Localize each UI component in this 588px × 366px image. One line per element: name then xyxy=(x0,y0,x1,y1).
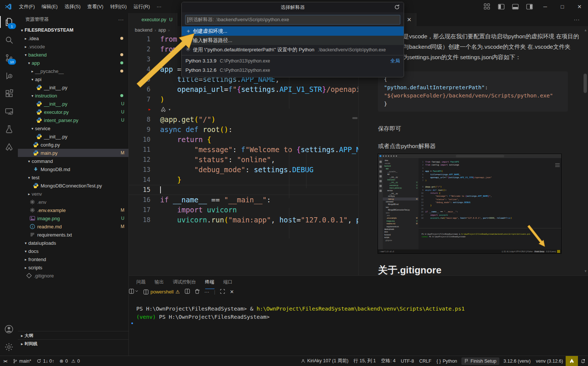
close-button[interactable]: ✕ xyxy=(571,0,588,13)
copilot-inline-icon[interactable] xyxy=(160,106,166,113)
menu-item-5[interactable]: 运行(R) xyxy=(130,0,153,13)
code-line-8[interactable]: 8@app.get("/") xyxy=(129,115,358,125)
code-line-17[interactable]: 17 import uvicorn xyxy=(129,205,358,215)
minimize-button[interactable]: ─ xyxy=(537,0,554,13)
tree-item--idea[interactable]: ▸.idea xyxy=(18,34,128,42)
tree-item--env-example[interactable]: .env.exampleM xyxy=(18,206,128,214)
toggle-sidebar-icon[interactable] xyxy=(498,3,505,10)
activitybar-run-debug[interactable] xyxy=(0,67,18,84)
status-blame[interactable]: KiriAky 107 (1 周前) xyxy=(298,356,351,366)
code-line-12[interactable]: 12 "status": "online", xyxy=(129,155,358,165)
terminal-output[interactable]: PS H:\OwnProject\FilesReadSysteam> & h:\… xyxy=(129,295,588,321)
timeline-section[interactable]: ▸时间线 xyxy=(18,339,128,348)
tree-item-main-py[interactable]: main.pyM xyxy=(18,149,128,157)
status-interpreter[interactable]: 3.12.6 (venv) xyxy=(501,356,533,366)
quickpick-item-4[interactable]: Python 3.12.6C:\Python312\python.exe xyxy=(182,65,404,75)
tree-item-app[interactable]: ▾app xyxy=(18,59,128,67)
activitybar-settings[interactable] xyxy=(0,338,18,356)
quickpick-item-3[interactable]: Python 3.13.9C:\Python313\python.exe全局 xyxy=(182,56,404,65)
code-line-13[interactable]: 13 "debug_mode": settings.DEBUG xyxy=(129,165,358,175)
status-remote[interactable]: >< xyxy=(0,356,10,366)
split-terminal-dropdown-icon[interactable] xyxy=(129,289,139,295)
quickpick-item-badge[interactable]: 全局 xyxy=(390,58,400,64)
quickpick-item-2[interactable]: 使用 \"python.defaultInterpreterPath\" 设置中… xyxy=(182,45,404,54)
tree-item--vscode[interactable]: ▸.vscode xyxy=(18,42,128,51)
tree-item-instruction[interactable]: ▾instruction xyxy=(18,92,128,100)
panel-tab-1[interactable]: 输出 xyxy=(155,276,164,289)
activitybar-search[interactable] xyxy=(0,31,18,49)
tree-item-data-uploads[interactable]: ▾data\uploads xyxy=(18,239,128,247)
panel-tab-3[interactable]: 终端 xyxy=(205,276,214,289)
menu-item-4[interactable]: 转到(G) xyxy=(107,0,130,13)
activitybar-copilot-chat[interactable] xyxy=(0,138,18,156)
status-language[interactable]: { }Python xyxy=(434,356,460,366)
status-sync[interactable]: 1↓ 0↑ xyxy=(34,356,57,366)
explorer-more-icon[interactable]: ··· xyxy=(118,17,124,22)
activitybar-testing[interactable] xyxy=(0,120,18,138)
status-branch[interactable]: main* xyxy=(10,356,34,366)
code-line-9[interactable]: 9async def root(): xyxy=(129,125,358,135)
toggle-panel-icon[interactable] xyxy=(512,3,519,10)
status-notifications[interactable] xyxy=(578,356,588,366)
panel-tab-4[interactable]: 端口 xyxy=(223,276,233,289)
terminal-instance-powershell[interactable]: powershell ⚠ xyxy=(143,289,180,295)
status-indentation[interactable]: 空格: 4 xyxy=(378,356,398,366)
toggle-secondary-sidebar-icon[interactable] xyxy=(526,3,533,10)
maximize-panel-icon[interactable] xyxy=(220,289,225,295)
panel-tab-2[interactable]: 调试控制台 xyxy=(173,276,196,289)
activitybar-extensions[interactable] xyxy=(0,84,18,102)
code-line-16[interactable]: 16if __name__ == "__main__": xyxy=(129,195,358,205)
status-eol[interactable]: CRLF xyxy=(417,356,434,366)
tree-item-docs[interactable]: ▾docs xyxy=(18,247,128,255)
code-line-10[interactable]: 10 return { xyxy=(129,135,358,145)
interpreter-input[interactable]: 所选解释器: .\backend\venv\Scripts\python.exe xyxy=(185,15,400,25)
tree-item-frontend[interactable]: ▸frontend xyxy=(18,255,128,263)
menu-item-0[interactable]: 文件(F) xyxy=(16,0,38,13)
kill-terminal-icon[interactable] xyxy=(195,289,200,295)
code-line-11[interactable]: 11 "message": f"Welcome to {settings.APP… xyxy=(129,145,358,155)
activitybar-explorer[interactable]: 1 xyxy=(0,13,18,31)
chevron-down-icon[interactable]: ▾ xyxy=(168,105,171,115)
tree-item---init---py[interactable]: __init__.pyU xyxy=(18,100,128,108)
tree-item-mongodbconnectiontest-py[interactable]: MongoDBConnectionTest.py xyxy=(18,182,128,190)
tree-item-api[interactable]: ▾api xyxy=(18,75,128,83)
status-copilot[interactable] xyxy=(566,356,578,366)
close-panel-icon[interactable]: ✕ xyxy=(230,289,234,295)
code-line-18[interactable]: 18 uvicorn.run("main:app", host="127.0.0… xyxy=(129,215,358,225)
tree-item-requirements-txt[interactable]: requirements.txt xyxy=(18,231,128,239)
editor-actions-more-icon[interactable]: ··· xyxy=(574,17,588,22)
preview-scrollbar[interactable]: ▲ ▼ xyxy=(582,26,588,275)
inline-suggestion-row[interactable]: ▶▾ xyxy=(129,105,358,115)
code-line-7[interactable]: 7) xyxy=(129,94,358,105)
maximize-button[interactable]: □ xyxy=(554,0,571,13)
quickpick-item-1[interactable]: 输入解释器路径... xyxy=(182,36,404,45)
status-encoding[interactable]: UTF-8 xyxy=(398,356,416,366)
tree-item-config-py[interactable]: config.py xyxy=(18,141,128,149)
tab-executor-py[interactable]: executor.py U xyxy=(129,13,177,26)
code-line-14[interactable]: 14 } xyxy=(129,175,358,185)
tree-item-command[interactable]: ▾command xyxy=(18,157,128,165)
tree-item-intent-parser-py[interactable]: intent_parser.pyU xyxy=(18,116,128,124)
status-finish-setup[interactable]: Finish Setup xyxy=(461,357,499,365)
tree-item-service[interactable]: ▾service xyxy=(18,124,128,132)
split-icon[interactable] xyxy=(185,289,190,295)
menu-item-3[interactable]: 查看(V) xyxy=(84,0,107,13)
customize-layout-icon[interactable] xyxy=(484,3,490,10)
activitybar-remote-explorer[interactable] xyxy=(0,102,18,120)
menu-item-2[interactable]: 选择(S) xyxy=(61,0,84,13)
panel-tab-0[interactable]: 问题 xyxy=(136,276,146,289)
tree-item---init---py[interactable]: __init__.py xyxy=(18,132,128,141)
tree-item-mongodb-md[interactable]: MongoDB.md xyxy=(18,165,128,173)
tree-item-image-png[interactable]: image.pngU xyxy=(18,214,128,222)
tree-item-venv[interactable]: ▸venv xyxy=(18,190,128,198)
tree-item---pycache--[interactable]: ▸__pycache__ xyxy=(18,67,128,75)
activitybar-source-control[interactable]: 10 xyxy=(0,49,18,67)
tree-item--gitignore[interactable]: .gitignore xyxy=(18,272,128,280)
tree-item-scripts[interactable]: ▸scripts xyxy=(18,263,128,272)
tree-item-test[interactable]: ▾test xyxy=(18,173,128,182)
refresh-icon[interactable] xyxy=(394,4,400,10)
tree-item--env[interactable]: .env xyxy=(18,198,128,206)
close-tab-icon[interactable]: ✕ xyxy=(402,16,416,23)
terminal-more-icon[interactable]: ··· xyxy=(204,289,209,295)
menu-item-6[interactable]: ··· xyxy=(153,0,165,13)
